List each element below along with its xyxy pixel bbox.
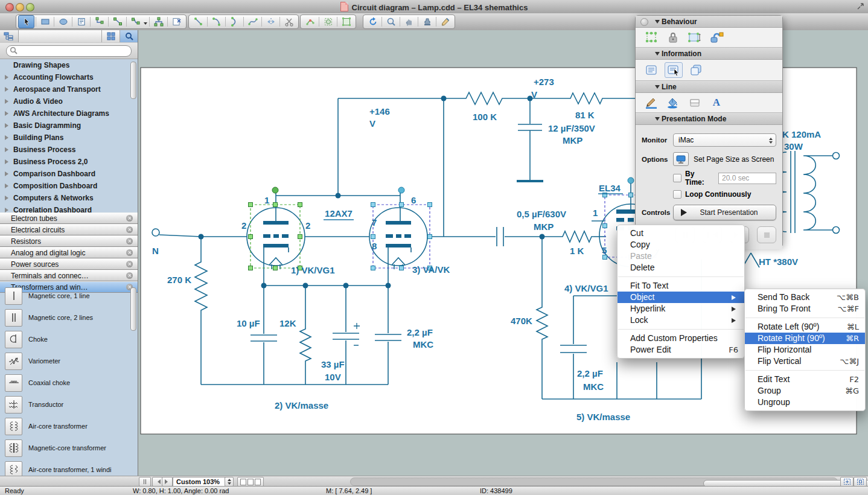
library-item[interactable]: Accounting Flowcharts — [0, 71, 138, 83]
menu-item-bring-to-front[interactable]: Bring To Front⌥⌘F — [745, 303, 865, 315]
resize-behaviour-icon[interactable] — [686, 30, 703, 45]
note-cursor-icon[interactable] — [665, 62, 683, 78]
menu-item-send-to-back[interactable]: Send To Back⌥⌘B — [745, 292, 865, 303]
search-input[interactable] — [6, 45, 132, 57]
connector-dropdown-icon[interactable] — [144, 22, 147, 27]
shape-item[interactable]: Air-core transformer — [0, 415, 138, 437]
rectangle-tool-button[interactable] — [37, 16, 53, 28]
add-point-tool-button[interactable] — [302, 16, 318, 28]
menu-item-power-edit[interactable]: Power EditF6 — [617, 344, 744, 356]
arc-tool-button[interactable] — [209, 16, 224, 28]
close-icon[interactable] — [126, 249, 133, 256]
zoom-level-select[interactable]: Custom 103% — [173, 477, 229, 487]
library-tab-electron-tubes[interactable]: Electron tubes — [0, 212, 138, 224]
shape-item[interactable]: Transductor — [0, 394, 138, 415]
menu-item-flip-horizontal[interactable]: Flip Horizontal — [745, 344, 865, 356]
library-item[interactable]: Basic Diagramming — [0, 120, 138, 132]
tree-view-button[interactable] — [0, 30, 19, 42]
close-icon[interactable] — [126, 226, 133, 233]
menu-item-copy[interactable]: Copy — [617, 239, 744, 251]
start-presentation-button[interactable]: Start Presentation — [673, 205, 776, 220]
set-page-size-button[interactable] — [673, 152, 689, 166]
variometer-icon[interactable] — [5, 353, 22, 370]
shape-list-scrollbar[interactable] — [130, 287, 136, 331]
shape-item[interactable]: Choke — [0, 328, 138, 350]
pencil-tool-button[interactable] — [438, 16, 453, 28]
fit-page-button[interactable] — [840, 477, 854, 487]
menu-item-delete[interactable]: Delete — [617, 262, 744, 273]
bezier-tool-button[interactable] — [245, 16, 260, 28]
next-page-button[interactable] — [162, 477, 173, 487]
scissors-tool-button[interactable] — [281, 16, 296, 28]
delete-shape-tool-button[interactable] — [169, 16, 184, 28]
page-tabs-button[interactable] — [237, 477, 264, 487]
tree-connector-tool-button[interactable] — [151, 16, 166, 28]
select-tool-button[interactable] — [18, 15, 34, 28]
line-tool-button[interactable] — [191, 16, 206, 28]
ellipse-tool-button[interactable] — [56, 16, 71, 28]
menu-item-add-custom-properties[interactable]: Add Custom Properties — [617, 333, 744, 344]
library-item[interactable]: Business Process — [0, 144, 138, 156]
curve-tool-button[interactable] — [227, 16, 242, 28]
connector-behaviour-icon[interactable] — [708, 30, 725, 45]
rotate-tool-button[interactable] — [365, 16, 380, 28]
library-tab-electrical-circuits[interactable]: Electrical circuits — [0, 224, 138, 235]
by-time-input[interactable] — [718, 173, 776, 184]
smart-connector-tool-button[interactable] — [92, 16, 107, 28]
zoom-stepper[interactable] — [225, 477, 234, 487]
air-core-transformer-1-winding-icon[interactable] — [5, 461, 22, 476]
choke-icon[interactable] — [5, 331, 22, 348]
lock-icon[interactable] — [665, 30, 681, 45]
air-core-transformer-icon[interactable] — [5, 418, 22, 435]
pan-tool-button[interactable] — [401, 16, 416, 28]
panel-collapse-button[interactable] — [640, 18, 648, 26]
library-item[interactable]: Aerospace and Transport — [0, 83, 138, 95]
library-item[interactable]: Comparison Dashboard — [0, 168, 138, 180]
library-tab-analog-digital[interactable]: Analog and digital logic — [0, 247, 138, 258]
transductor-icon[interactable] — [5, 396, 22, 414]
library-item[interactable]: AWS Architecture Diagrams — [0, 107, 138, 120]
splitter-button[interactable] — [139, 477, 151, 487]
menu-item-ungroup[interactable]: Ungroup — [745, 397, 865, 408]
library-list-scrollbar[interactable] — [130, 62, 136, 99]
menu-item-rotate-left[interactable]: Rotate Left (90º)⌘L — [745, 321, 865, 333]
coaxial-choke-icon[interactable] — [5, 374, 22, 392]
menu-item-rotate-right[interactable]: Rotate Right (90º)⌘R — [745, 333, 865, 344]
line-color-brush-icon[interactable] — [643, 95, 660, 110]
behaviour-section-header[interactable]: Behaviour — [636, 16, 782, 28]
close-icon[interactable] — [126, 215, 133, 222]
fill-bucket-icon[interactable] — [665, 95, 681, 110]
zoom-tool-button[interactable] — [383, 16, 398, 28]
shape-item[interactable]: Magnetic core, 1 line — [0, 285, 138, 307]
shape-item[interactable]: Magnetic core, 2 lines — [0, 307, 138, 328]
direct-connector-tool-button[interactable] — [110, 16, 125, 28]
split-tool-button[interactable] — [263, 16, 278, 28]
library-item[interactable]: Audio & Video — [0, 95, 138, 107]
presentation-section-header[interactable]: Presentation Mode — [636, 113, 782, 125]
library-tab-power-sources[interactable]: Power sources — [0, 258, 138, 270]
library-item[interactable]: Drawing Shapes — [0, 59, 138, 71]
close-icon[interactable] — [126, 272, 133, 279]
library-item[interactable]: Computers & Networks — [0, 192, 138, 204]
library-tab-resistors[interactable]: Resistors — [0, 235, 138, 247]
menu-item-hyperlink[interactable]: Hyperlink — [617, 303, 744, 315]
magnetic-core-1-line-icon[interactable] — [5, 287, 22, 305]
selection-behaviour-icon[interactable] — [643, 30, 660, 45]
line-section-header[interactable]: Line — [636, 81, 782, 93]
menu-item-lock[interactable]: Lock — [617, 315, 744, 326]
menu-item-object[interactable]: Object — [617, 292, 744, 303]
edit-group-tool-button[interactable] — [321, 16, 336, 28]
menu-item-cut[interactable]: Cut — [617, 228, 744, 239]
library-item[interactable]: Business Process 2,0 — [0, 156, 138, 168]
fullscreen-icon[interactable] — [857, 2, 864, 10]
shape-item[interactable]: Magnetic-core transformer — [0, 437, 138, 459]
library-title-area[interactable] — [19, 30, 102, 42]
group-select-tool-button[interactable] — [339, 16, 354, 28]
text-tool-button[interactable] — [74, 16, 89, 28]
shape-item[interactable]: Variometer — [0, 350, 138, 372]
library-item[interactable]: Building Plans — [0, 132, 138, 144]
curve-connector-tool-button[interactable] — [128, 16, 143, 28]
shape-item[interactable]: Air-core transformer, 1 windi — [0, 459, 138, 476]
magnetic-core-2-lines-icon[interactable] — [5, 309, 22, 327]
horizontal-scrollbar[interactable] — [350, 477, 838, 486]
